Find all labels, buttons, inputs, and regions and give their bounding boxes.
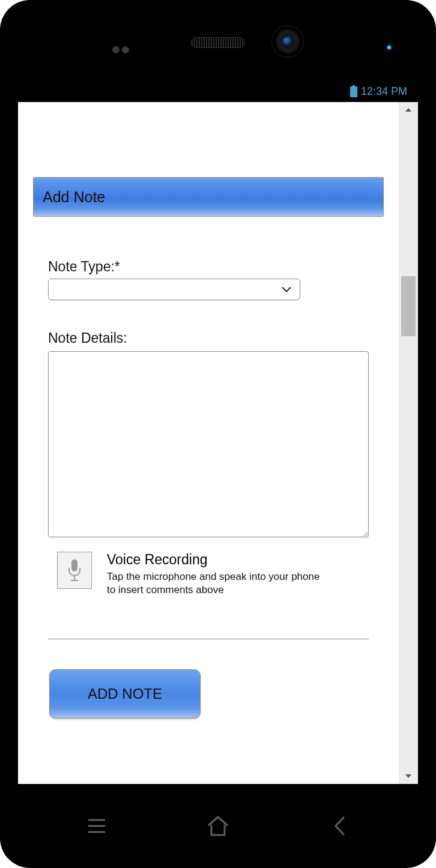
add-note-button[interactable]: ADD NOTE bbox=[49, 669, 201, 719]
menu-icon bbox=[86, 817, 107, 835]
page-title-bar: Add Note bbox=[33, 177, 384, 217]
scroll-thumb[interactable] bbox=[401, 276, 416, 336]
phone-top-hardware bbox=[0, 0, 436, 81]
voice-recording-text: Voice Recording Tap the microphone and s… bbox=[107, 552, 329, 597]
notification-led bbox=[387, 46, 391, 49]
home-icon bbox=[206, 815, 230, 837]
voice-record-button[interactable] bbox=[57, 552, 92, 589]
menu-nav-button[interactable] bbox=[79, 808, 115, 844]
battery-icon bbox=[350, 86, 357, 97]
front-camera bbox=[271, 25, 304, 58]
android-navbar bbox=[0, 784, 436, 868]
voice-recording-row: Voice Recording Tap the microphone and s… bbox=[48, 552, 369, 597]
note-type-label: Note Type:* bbox=[48, 259, 369, 275]
microphone-icon bbox=[65, 558, 83, 582]
speaker-grille bbox=[191, 37, 245, 48]
voice-recording-heading: Voice Recording bbox=[107, 552, 329, 568]
back-icon bbox=[332, 815, 347, 837]
page-title: Add Note bbox=[43, 188, 105, 206]
proximity-sensor bbox=[111, 45, 130, 56]
add-note-form: Note Type:* Note Details: bbox=[18, 217, 399, 719]
chevron-down-icon bbox=[282, 283, 291, 296]
divider bbox=[48, 639, 369, 639]
back-nav-button[interactable] bbox=[321, 808, 357, 844]
status-bar: 12:34 PM bbox=[18, 81, 418, 102]
note-details-label: Note Details: bbox=[48, 330, 369, 346]
note-type-select[interactable] bbox=[48, 279, 300, 300]
scroll-up-arrow[interactable] bbox=[399, 103, 418, 116]
scrollbar[interactable] bbox=[399, 102, 418, 784]
content-area: Add Note Note Type:* Note Details: bbox=[18, 102, 399, 784]
status-time: 12:34 PM bbox=[361, 85, 407, 98]
screen: Add Note Note Type:* Note Details: bbox=[18, 102, 418, 784]
voice-recording-body: Tap the microphone and speak into your p… bbox=[107, 570, 329, 597]
home-nav-button[interactable] bbox=[200, 808, 236, 844]
scroll-down-arrow[interactable] bbox=[399, 770, 418, 783]
svg-rect-0 bbox=[71, 559, 77, 571]
note-details-textarea[interactable] bbox=[48, 351, 369, 537]
